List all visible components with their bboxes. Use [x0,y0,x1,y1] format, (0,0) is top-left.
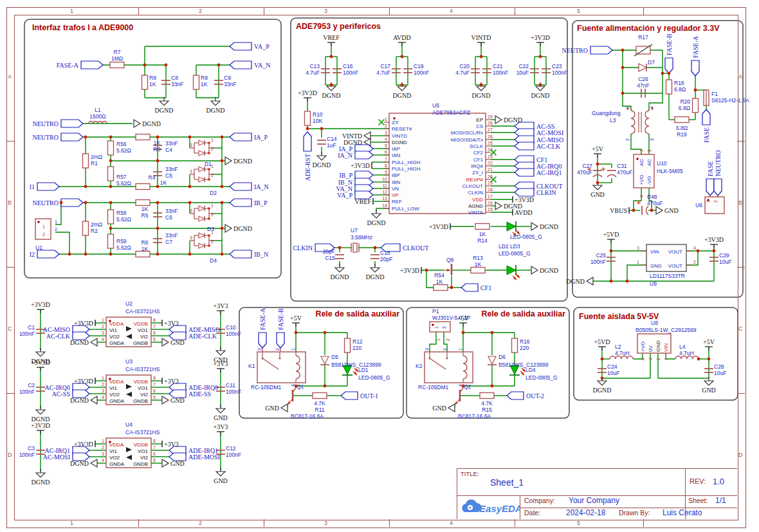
frame-col-label: 2 [199,520,202,526]
frame-tick [264,7,264,15]
drawn-by-label: Drawn By: [619,509,650,517]
sheet-label: Sheet: [688,497,708,504]
sheet-value[interactable]: 1/1 [715,496,726,505]
frame-col-label: 1 [70,520,73,526]
frame-tick [515,7,515,15]
drawn-by-value[interactable]: Luis Cerato [663,508,702,517]
frame-tick [6,393,14,394]
frame-tick [138,519,139,527]
schematic-page: Interfaz trafos I a ADE9000ADE7953 y per… [0,0,759,532]
frame-row-label: A [8,73,12,80]
date-value[interactable]: 2024-02-18 [566,508,605,517]
easyeda-logo: EasyEDA [458,496,520,518]
frame-row-label: D [8,452,12,458]
frame-tick [389,519,390,527]
rev-label: REV: [690,477,706,485]
frame-col-label: 1 [70,8,73,14]
frame-tick [6,141,14,142]
frame-row-label: C [738,326,743,332]
frame-col-label: 3 [324,8,327,14]
frame-tick [138,7,139,15]
frame-row-label: A [738,73,742,80]
frame-tick [737,393,745,394]
frame-col-label: 5 [577,8,580,14]
frame-inner [14,15,738,520]
frame-row-label: B [738,199,742,206]
frame-col-label: 4 [450,520,453,526]
frame-tick [264,519,264,527]
frame-col-label: 5 [577,520,580,526]
frame-tick [737,267,745,268]
frame-tick [643,519,644,527]
frame-tick [643,7,644,15]
frame-row-label: D [738,452,743,458]
rev-value[interactable]: 1.0 [713,477,724,486]
frame-row-label: C [8,326,12,332]
frame-col-label: 4 [450,8,453,14]
sheet-title[interactable]: Sheet_1 [490,477,524,488]
date-label: Date: [524,509,540,517]
frame-col-label: 2 [199,8,202,14]
frame-tick [6,267,14,268]
frame-tick [515,519,515,527]
title-label: TITLE: [461,470,479,477]
frame-row-label: B [8,199,12,206]
easyeda-logo-text: EasyEDA [479,503,520,514]
company-value[interactable]: Your Company [569,496,619,505]
company-label: Company: [524,497,555,504]
frame-tick [389,7,390,15]
frame-col-label: 3 [324,520,327,526]
frame-tick [737,141,745,142]
